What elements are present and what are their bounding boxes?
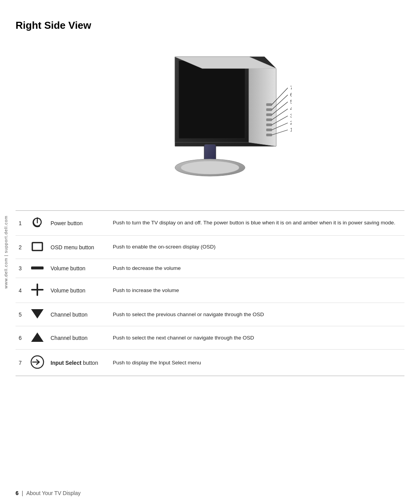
- svg-rect-10: [266, 129, 272, 131]
- svg-text:4: 4: [290, 106, 292, 112]
- table-row: 3 Volume buttonPush to decrease the volu…: [16, 259, 404, 278]
- svg-point-14: [181, 161, 239, 174]
- svg-rect-35: [31, 289, 44, 290]
- svg-marker-36: [31, 309, 44, 318]
- svg-rect-9: [266, 124, 272, 126]
- main-content: Right Side View: [16, 19, 404, 488]
- svg-rect-5: [266, 103, 272, 106]
- button-table: 1 Power buttonPush to turn the TV displa…: [16, 211, 404, 376]
- button-icon: [27, 211, 47, 236]
- svg-rect-11: [266, 134, 272, 136]
- table-row: 5 Channel buttonPush to select the previ…: [16, 303, 404, 326]
- footer-pipe: |: [22, 490, 23, 496]
- button-number: 3: [16, 259, 27, 278]
- button-icon: [27, 326, 47, 350]
- footer-page-number: 6: [16, 490, 19, 496]
- svg-marker-3: [249, 57, 276, 146]
- sidebar-text: www.dell.com | support.dell.com: [4, 215, 8, 289]
- button-number: 5: [16, 303, 27, 326]
- button-description: Push to increase the volume: [110, 278, 404, 303]
- button-name: OSD menu button: [47, 236, 110, 259]
- sidebar: www.dell.com | support.dell.com: [0, 0, 12, 504]
- button-name: Volume button: [47, 278, 110, 303]
- button-number: 2: [16, 236, 27, 259]
- button-number: 4: [16, 278, 27, 303]
- svg-rect-6: [266, 108, 272, 111]
- monitor-diagram: 7 6 5 4 3 2 1: [16, 43, 404, 199]
- svg-marker-2: [179, 61, 245, 138]
- button-description: Push to decrease the volume: [110, 259, 404, 278]
- table-row: 7 Input Select buttonPush to display the…: [16, 350, 404, 376]
- button-name: Power button: [47, 211, 110, 236]
- svg-text:7: 7: [290, 85, 292, 91]
- button-name: Channel button: [47, 326, 110, 350]
- button-name: Channel button: [47, 303, 110, 326]
- button-name: Volume button: [47, 259, 110, 278]
- button-icon: [27, 350, 47, 376]
- table-row: 1 Power buttonPush to turn the TV displa…: [16, 211, 404, 236]
- footer-description: About Your TV Display: [26, 490, 80, 496]
- button-description: Push to select the next channel or navig…: [110, 326, 404, 350]
- button-name: Input Select button: [47, 350, 110, 376]
- svg-rect-8: [266, 119, 272, 121]
- button-number: 1: [16, 211, 27, 236]
- button-icon: [27, 303, 47, 326]
- button-description: Push to enable the on-screen display (OS…: [110, 236, 404, 259]
- button-icon: [27, 236, 47, 259]
- button-number: 6: [16, 326, 27, 350]
- button-icon: [27, 259, 47, 278]
- footer: 6 | About Your TV Display: [16, 490, 404, 496]
- svg-rect-33: [31, 266, 44, 270]
- monitor-illustration: 7 6 5 4 3 2 1: [128, 49, 292, 193]
- table-row: 4 Volume buttonPush to increase the volu…: [16, 278, 404, 303]
- svg-text:3: 3: [290, 113, 292, 119]
- svg-marker-37: [31, 332, 44, 342]
- svg-text:1: 1: [290, 127, 292, 133]
- page-title: Right Side View: [16, 19, 404, 32]
- button-description: Push to select the previous channel or n…: [110, 303, 404, 326]
- svg-text:2: 2: [290, 120, 292, 126]
- button-description: Push to turn the TV display on and off. …: [110, 211, 404, 236]
- svg-rect-7: [266, 114, 272, 116]
- button-description: Push to display the Input Select menu: [110, 350, 404, 376]
- svg-text:6: 6: [290, 92, 292, 98]
- button-icon: [27, 278, 47, 303]
- table-row: 2 OSD menu buttonPush to enable the on-s…: [16, 236, 404, 259]
- table-row: 6 Channel buttonPush to select the next …: [16, 326, 404, 350]
- svg-rect-32: [33, 243, 42, 250]
- button-number: 7: [16, 350, 27, 376]
- svg-text:5: 5: [290, 99, 292, 105]
